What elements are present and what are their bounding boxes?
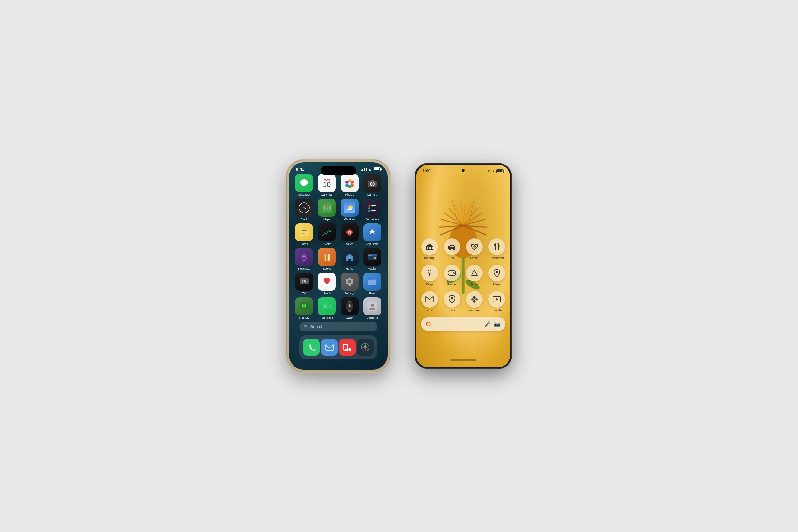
dock-music[interactable] — [339, 339, 356, 356]
app-notes[interactable]: Notes — [294, 224, 314, 246]
wallet-icon — [363, 248, 381, 266]
car-icon — [444, 239, 460, 255]
svg-point-1 — [350, 180, 354, 184]
pixel-app-car[interactable]: Car — [442, 239, 462, 260]
app-files[interactable]: Files — [362, 273, 382, 295]
svg-point-21 — [368, 210, 370, 212]
svg-rect-92 — [429, 247, 430, 249]
home-label: Home — [346, 267, 354, 270]
contacts-label: Contacts — [366, 316, 378, 320]
app-clock[interactable]: Clock — [294, 199, 314, 221]
app-wallet[interactable]: Wallet — [362, 248, 382, 270]
pixel-app-maps[interactable]: Maps — [487, 265, 507, 286]
dock-mail[interactable] — [321, 339, 338, 356]
settings-label: Settings — [344, 291, 355, 295]
pixel-app-restaurant[interactable]: Restaurant — [487, 239, 507, 260]
pixel-home-screen: Banking Car Health — [416, 239, 510, 331]
iphone-status-icons: ▲ — [361, 167, 381, 172]
facetime-label: FaceTime — [320, 316, 333, 320]
clock-icon — [295, 199, 313, 217]
pixel-app-grid-row3: Gmail Location — [420, 291, 507, 312]
app-photos[interactable]: Photos — [340, 174, 360, 196]
svg-rect-27 — [302, 232, 307, 232]
svg-point-95 — [449, 248, 451, 250]
pixel-nav-bar — [450, 359, 476, 361]
camera-label: Camera — [367, 193, 377, 196]
app-messages[interactable]: Messages — [294, 174, 314, 196]
wallet-label: Wallet — [368, 267, 376, 270]
pixel-app-pinwheel[interactable]: Pinwheel — [464, 291, 484, 312]
pixel-app-youtube[interactable]: YouTube — [487, 291, 507, 312]
notes-label: Notes — [300, 242, 308, 246]
dock-safari[interactable] — [357, 339, 374, 356]
pixel-battery-icon — [496, 169, 504, 173]
app-contacts[interactable]: Contacts — [362, 297, 382, 320]
svg-point-113 — [474, 299, 475, 300]
app-facetime[interactable]: FaceTime — [317, 297, 337, 320]
app-calendar[interactable]: MON 10 Calendar — [317, 174, 337, 196]
app-health[interactable]: Health — [317, 273, 337, 295]
photos-label: Photos — [345, 193, 354, 196]
youtube-label: YouTube — [491, 309, 502, 312]
svg-point-107 — [453, 272, 454, 273]
pixel-app-drive[interactable]: Drive — [464, 265, 484, 286]
pixel-app-gmail[interactable]: Gmail — [420, 291, 439, 312]
app-watch[interactable]: Watch — [340, 297, 360, 320]
tv-label: TV — [302, 291, 306, 295]
app-books[interactable]: Books — [317, 248, 337, 270]
stocks-icon — [318, 224, 336, 241]
app-stocks[interactable]: Stocks — [317, 224, 337, 246]
app-settings[interactable]: Settings — [340, 273, 360, 295]
search-bar-icons: 🎤 📷 — [484, 321, 500, 327]
signal-icon — [361, 168, 366, 171]
books-icon — [318, 248, 336, 266]
app-maps[interactable]: Maps — [317, 199, 337, 221]
svg-point-19 — [368, 205, 370, 207]
app-appstore[interactable]: App Store — [362, 224, 382, 246]
calendar-icon: MON 10 — [318, 174, 336, 192]
app-weather[interactable]: Weather — [340, 199, 360, 221]
svg-rect-97 — [450, 246, 454, 247]
pixel-app-health[interactable]: Health — [464, 239, 484, 260]
podcasts-icon — [295, 248, 313, 266]
clock-label: Clock — [301, 218, 308, 221]
maps-label: Maps — [493, 283, 500, 286]
files-label: Files — [369, 291, 375, 295]
svg-rect-91 — [427, 247, 428, 249]
facetime-icon — [318, 297, 336, 315]
pixel-status-icons: ▼ ▲ — [488, 169, 504, 173]
iphone-dock — [299, 335, 377, 359]
app-findmy[interactable]: Find My — [294, 297, 314, 320]
pixel-wifi-icon: ▼ — [488, 169, 491, 173]
svg-rect-59 — [325, 344, 333, 350]
pixel-app-location[interactable]: Location — [442, 291, 462, 312]
gmail-label: Gmail — [426, 309, 433, 312]
svg-rect-94 — [432, 247, 433, 249]
app-home[interactable]: Home — [340, 248, 360, 270]
maps-label: Maps — [323, 218, 330, 221]
drive-label: Drive — [471, 283, 478, 286]
svg-rect-35 — [327, 253, 328, 261]
app-tv[interactable]: TV TV — [294, 273, 314, 295]
health-label: Health — [323, 291, 331, 295]
svg-rect-51 — [348, 301, 352, 303]
app-camera[interactable]: Camera — [362, 174, 382, 196]
pixel-app-games[interactable]: Games — [442, 265, 462, 286]
pixel-search-bar[interactable]: G 🎤 📷 — [421, 317, 506, 331]
app-reminders[interactable]: Reminders — [362, 199, 382, 221]
camera-search-icon[interactable]: 📷 — [494, 321, 500, 327]
pixel-app-keep[interactable]: Keep — [420, 265, 439, 286]
news-icon: N — [341, 224, 359, 241]
svg-point-31 — [303, 256, 305, 257]
app-podcasts[interactable]: Podcasts — [294, 248, 314, 270]
dock-phone[interactable] — [303, 339, 320, 356]
health-label: Health — [470, 256, 478, 260]
microphone-icon[interactable]: 🎤 — [484, 321, 491, 327]
pixel-app-banking[interactable]: Banking — [420, 239, 439, 260]
app-news[interactable]: N News — [340, 224, 360, 246]
watch-label: Watch — [345, 316, 354, 320]
search-placeholder: Search — [310, 324, 324, 329]
youtube-icon — [489, 291, 505, 308]
iphone-search-bar[interactable]: 🔍 Search — [299, 322, 377, 331]
svg-rect-25 — [300, 229, 308, 236]
